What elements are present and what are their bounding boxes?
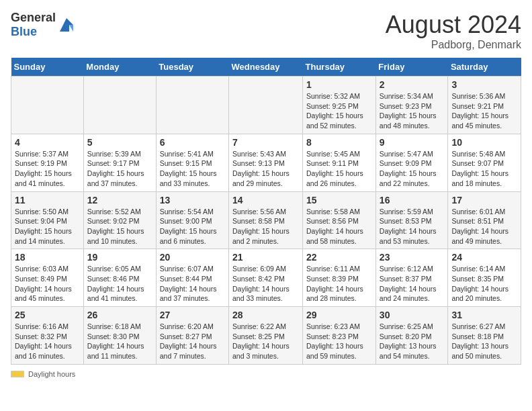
day-number: 12 [87, 195, 152, 205]
day-info: Sunrise: 6:07 AM Sunset: 8:44 PM Dayligh… [160, 264, 225, 304]
calendar-day-cell: 17Sunrise: 6:01 AM Sunset: 8:51 PM Dayli… [448, 191, 521, 249]
day-number: 22 [306, 252, 372, 263]
calendar-day-cell: 30Sunrise: 6:25 AM Sunset: 8:20 PM Dayli… [375, 307, 448, 365]
day-info: Sunrise: 5:54 AM Sunset: 9:00 PM Dayligh… [160, 207, 225, 246]
day-info: Sunrise: 6:22 AM Sunset: 8:25 PM Dayligh… [232, 322, 299, 361]
day-number: 21 [232, 252, 299, 263]
day-info: Sunrise: 5:36 AM Sunset: 9:21 PM Dayligh… [451, 91, 517, 131]
day-number: 29 [306, 310, 372, 320]
calendar-day-header: Sunday [11, 58, 84, 77]
day-info: Sunrise: 6:14 AM Sunset: 8:35 PM Dayligh… [451, 264, 517, 304]
calendar-day-header: Thursday [303, 58, 376, 77]
day-number: 18 [15, 252, 80, 263]
calendar-day-cell [83, 77, 156, 134]
logo: General Blue [11, 11, 76, 39]
day-number: 26 [87, 310, 152, 320]
day-info: Sunrise: 5:37 AM Sunset: 9:19 PM Dayligh… [15, 149, 80, 189]
day-number: 24 [451, 252, 517, 263]
day-info: Sunrise: 6:09 AM Sunset: 8:42 PM Dayligh… [232, 264, 299, 304]
calendar-day-cell: 2Sunrise: 5:34 AM Sunset: 9:23 PM Daylig… [375, 77, 448, 134]
calendar-day-cell: 15Sunrise: 5:58 AM Sunset: 8:56 PM Dayli… [303, 191, 376, 249]
calendar-day-cell: 9Sunrise: 5:47 AM Sunset: 9:09 PM Daylig… [375, 134, 448, 191]
logo-icon [57, 15, 76, 34]
day-number: 16 [380, 195, 445, 205]
day-info: Sunrise: 5:59 AM Sunset: 8:53 PM Dayligh… [380, 207, 445, 246]
day-number: 7 [232, 137, 299, 148]
day-number: 15 [306, 195, 372, 205]
calendar-day-cell: 24Sunrise: 6:14 AM Sunset: 8:35 PM Dayli… [448, 249, 521, 307]
day-info: Sunrise: 5:58 AM Sunset: 8:56 PM Dayligh… [306, 207, 372, 246]
calendar-day-cell: 29Sunrise: 6:23 AM Sunset: 8:23 PM Dayli… [303, 307, 376, 365]
calendar-day-header: Wednesday [229, 58, 303, 77]
calendar-week-row: 11Sunrise: 5:50 AM Sunset: 9:04 PM Dayli… [11, 191, 521, 249]
day-info: Sunrise: 6:12 AM Sunset: 8:37 PM Dayligh… [380, 264, 445, 304]
calendar-day-cell: 27Sunrise: 6:20 AM Sunset: 8:27 PM Dayli… [156, 307, 228, 365]
calendar-day-cell: 6Sunrise: 5:41 AM Sunset: 9:15 PM Daylig… [156, 134, 228, 191]
calendar-day-cell: 10Sunrise: 5:48 AM Sunset: 9:07 PM Dayli… [448, 134, 521, 191]
day-number: 9 [380, 137, 445, 148]
month-year-title: August 2024 [386, 11, 521, 39]
calendar-day-cell: 3Sunrise: 5:36 AM Sunset: 9:21 PM Daylig… [448, 77, 521, 134]
day-number: 2 [380, 79, 445, 90]
day-info: Sunrise: 6:27 AM Sunset: 8:18 PM Dayligh… [451, 322, 517, 361]
day-info: Sunrise: 6:03 AM Sunset: 8:49 PM Dayligh… [15, 264, 80, 304]
calendar-day-cell [156, 77, 228, 134]
day-number: 19 [87, 252, 152, 263]
day-info: Sunrise: 5:45 AM Sunset: 9:11 PM Dayligh… [306, 149, 372, 189]
day-info: Sunrise: 6:25 AM Sunset: 8:20 PM Dayligh… [380, 322, 445, 361]
day-number: 3 [451, 79, 517, 90]
day-number: 10 [451, 137, 517, 148]
calendar-day-cell: 18Sunrise: 6:03 AM Sunset: 8:49 PM Dayli… [11, 249, 84, 307]
calendar-day-header: Monday [83, 58, 156, 77]
calendar-day-cell: 23Sunrise: 6:12 AM Sunset: 8:37 PM Dayli… [375, 249, 448, 307]
day-number: 13 [160, 195, 225, 205]
day-number: 30 [380, 310, 445, 320]
calendar-day-cell: 5Sunrise: 5:39 AM Sunset: 9:17 PM Daylig… [83, 134, 156, 191]
day-info: Sunrise: 5:32 AM Sunset: 9:25 PM Dayligh… [306, 91, 372, 131]
day-number: 1 [306, 79, 372, 90]
calendar-day-header: Tuesday [156, 58, 228, 77]
calendar-day-cell: 25Sunrise: 6:16 AM Sunset: 8:32 PM Dayli… [11, 307, 84, 365]
day-info: Sunrise: 6:23 AM Sunset: 8:23 PM Dayligh… [306, 322, 372, 361]
calendar-day-cell: 16Sunrise: 5:59 AM Sunset: 8:53 PM Dayli… [375, 191, 448, 249]
day-number: 5 [87, 137, 152, 148]
calendar-week-row: 1Sunrise: 5:32 AM Sunset: 9:25 PM Daylig… [11, 77, 521, 134]
day-info: Sunrise: 6:01 AM Sunset: 8:51 PM Dayligh… [451, 207, 517, 246]
day-info: Sunrise: 5:39 AM Sunset: 9:17 PM Dayligh… [87, 149, 152, 189]
calendar-day-cell: 11Sunrise: 5:50 AM Sunset: 9:04 PM Dayli… [11, 191, 84, 249]
day-info: Sunrise: 5:48 AM Sunset: 9:07 PM Dayligh… [451, 149, 517, 189]
day-info: Sunrise: 6:05 AM Sunset: 8:46 PM Dayligh… [87, 264, 152, 304]
day-number: 28 [232, 310, 299, 320]
day-number: 17 [451, 195, 517, 205]
calendar-day-cell: 7Sunrise: 5:43 AM Sunset: 9:13 PM Daylig… [229, 134, 303, 191]
day-number: 25 [15, 310, 80, 320]
day-info: Sunrise: 5:56 AM Sunset: 8:58 PM Dayligh… [232, 207, 299, 246]
day-number: 6 [160, 137, 225, 148]
calendar-header-row: SundayMondayTuesdayWednesdayThursdayFrid… [11, 58, 521, 77]
calendar-day-cell: 14Sunrise: 5:56 AM Sunset: 8:58 PM Dayli… [229, 191, 303, 249]
day-number: 8 [306, 137, 372, 148]
calendar-day-cell: 4Sunrise: 5:37 AM Sunset: 9:19 PM Daylig… [11, 134, 84, 191]
calendar-day-cell: 12Sunrise: 5:52 AM Sunset: 9:02 PM Dayli… [83, 191, 156, 249]
calendar-day-cell: 1Sunrise: 5:32 AM Sunset: 9:25 PM Daylig… [303, 77, 376, 134]
day-number: 27 [160, 310, 225, 320]
day-number: 31 [451, 310, 517, 320]
calendar-day-cell: 22Sunrise: 6:11 AM Sunset: 8:39 PM Dayli… [303, 249, 376, 307]
day-number: 14 [232, 195, 299, 205]
day-info: Sunrise: 5:41 AM Sunset: 9:15 PM Dayligh… [160, 149, 225, 189]
day-info: Sunrise: 6:20 AM Sunset: 8:27 PM Dayligh… [160, 322, 225, 361]
day-number: 4 [15, 137, 80, 148]
logo-general: General [11, 11, 56, 24]
calendar-day-cell: 21Sunrise: 6:09 AM Sunset: 8:42 PM Dayli… [229, 249, 303, 307]
calendar-day-header: Saturday [448, 58, 521, 77]
calendar-day-cell: 28Sunrise: 6:22 AM Sunset: 8:25 PM Dayli… [229, 307, 303, 365]
daylight-bar-icon [11, 371, 24, 377]
day-info: Sunrise: 6:18 AM Sunset: 8:30 PM Dayligh… [87, 322, 152, 361]
day-info: Sunrise: 5:34 AM Sunset: 9:23 PM Dayligh… [380, 91, 445, 131]
calendar-week-row: 4Sunrise: 5:37 AM Sunset: 9:19 PM Daylig… [11, 134, 521, 191]
calendar-day-header: Friday [375, 58, 448, 77]
day-info: Sunrise: 6:11 AM Sunset: 8:39 PM Dayligh… [306, 264, 372, 304]
location-subtitle: Padborg, Denmark [386, 39, 521, 51]
day-info: Sunrise: 5:50 AM Sunset: 9:04 PM Dayligh… [15, 207, 80, 246]
calendar-week-row: 25Sunrise: 6:16 AM Sunset: 8:32 PM Dayli… [11, 307, 521, 365]
